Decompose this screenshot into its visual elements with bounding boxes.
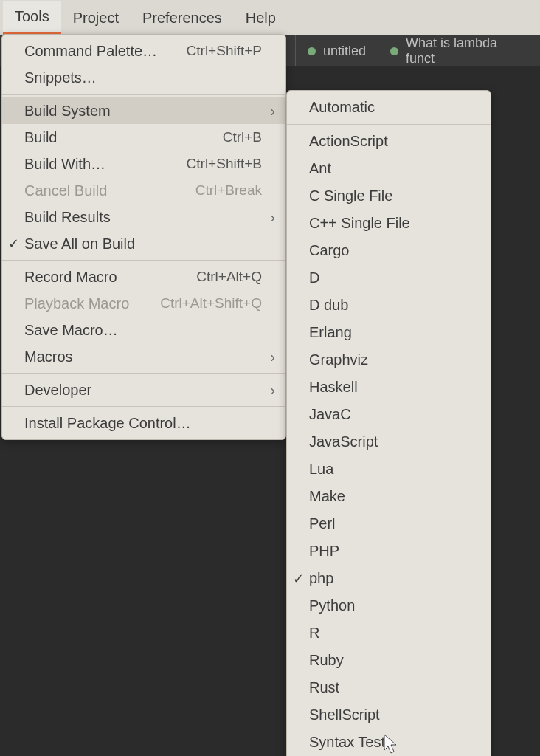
- separator: [287, 124, 491, 125]
- menu-label: Cargo: [309, 242, 480, 259]
- menu-record-macro[interactable]: Record Macro Ctrl+Alt+Q: [2, 264, 285, 290]
- build-system-option[interactable]: Automatic: [287, 94, 491, 121]
- menu-save-macro[interactable]: Save Macro…: [2, 317, 285, 343]
- menu-accel: Ctrl+Alt+Shift+Q: [142, 295, 262, 312]
- menubar-project[interactable]: Project: [61, 2, 131, 34]
- build-system-option[interactable]: JavaC: [287, 401, 491, 428]
- chevron-right-icon: ›: [262, 382, 275, 399]
- menu-label: JavaScript: [309, 433, 480, 450]
- separator: [2, 260, 285, 261]
- menu-label: ActionScript: [309, 133, 480, 150]
- build-system-option[interactable]: Erlang: [287, 319, 491, 346]
- menu-macros[interactable]: Macros ›: [2, 343, 285, 370]
- build-system-option[interactable]: R: [287, 619, 491, 647]
- chevron-right-icon: ›: [262, 209, 275, 226]
- menu-label: ShellScript: [309, 707, 480, 724]
- separator: [2, 373, 285, 374]
- menubar-tools[interactable]: Tools: [3, 1, 61, 35]
- build-system-option[interactable]: Cargo: [287, 237, 491, 264]
- build-system-option[interactable]: Make: [287, 483, 491, 510]
- build-system-option[interactable]: ShellScript: [287, 701, 491, 729]
- menu-label: Make: [309, 488, 480, 505]
- build-system-option[interactable]: ActionScript: [287, 128, 491, 155]
- build-system-option[interactable]: Perl: [287, 510, 491, 537]
- menu-label: R: [309, 625, 480, 642]
- menu-label: Playback Macro: [24, 295, 142, 312]
- menu-label: JavaC: [309, 406, 480, 423]
- menu-build[interactable]: Build Ctrl+B: [2, 124, 285, 151]
- menu-label: Save All on Build: [24, 236, 244, 252]
- menu-build-system[interactable]: Build System ›: [2, 97, 285, 124]
- build-system-option[interactable]: Haskell: [287, 374, 491, 401]
- menu-save-all-on-build[interactable]: ✓ Save All on Build: [2, 230, 285, 257]
- separator: [2, 94, 285, 94]
- menu-label: Ant: [309, 160, 480, 177]
- tools-dropdown: Command Palette… Ctrl+Shift+P Snippets… …: [1, 34, 286, 440]
- check-icon: ✓: [2, 236, 24, 252]
- menu-accel: Ctrl+Break: [178, 182, 262, 199]
- menu-command-palette[interactable]: Command Palette… Ctrl+Shift+P: [2, 38, 285, 64]
- menu-label: C++ Single File: [309, 215, 480, 232]
- menu-label: Ruby: [309, 652, 480, 669]
- menu-label: D dub: [309, 297, 480, 314]
- check-icon: ✓: [287, 571, 309, 587]
- build-system-option[interactable]: Lua: [287, 456, 491, 483]
- unsaved-dot-icon: [390, 47, 398, 55]
- menubar-help[interactable]: Help: [234, 2, 288, 34]
- menu-label: Erlang: [309, 324, 480, 341]
- menu-developer[interactable]: Developer ›: [2, 377, 285, 403]
- menu-label: Lua: [309, 461, 480, 478]
- build-system-option[interactable]: PHP: [287, 537, 491, 565]
- menu-snippets[interactable]: Snippets…: [2, 64, 285, 91]
- menu-playback-macro: Playback Macro Ctrl+Alt+Shift+Q: [2, 290, 285, 317]
- menu-label: Graphviz: [309, 351, 480, 368]
- menubar: Tools Project Preferences Help: [0, 0, 540, 35]
- build-system-option[interactable]: ✓php: [287, 565, 491, 592]
- menu-install-package-control[interactable]: Install Package Control…: [2, 410, 285, 436]
- build-system-option[interactable]: Rust: [287, 674, 491, 701]
- build-system-option[interactable]: D: [287, 264, 491, 292]
- menu-label: Developer: [24, 382, 244, 399]
- menu-label: Snippets…: [24, 69, 244, 86]
- build-system-option[interactable]: C++ Single File: [287, 210, 491, 237]
- menu-label: Automatic: [309, 99, 480, 116]
- menu-accel: Ctrl+Alt+Q: [179, 269, 262, 285]
- build-system-option[interactable]: JavaScript: [287, 428, 491, 456]
- menu-label: Cancel Build: [24, 182, 178, 199]
- menu-label: Perl: [309, 515, 480, 532]
- menu-label: Python: [309, 597, 480, 614]
- menu-build-with[interactable]: Build With… Ctrl+Shift+B: [2, 151, 285, 177]
- chevron-right-icon: ›: [262, 103, 275, 120]
- tab-untitled[interactable]: untitled: [295, 35, 378, 66]
- menu-label: Build: [24, 129, 205, 146]
- menubar-preferences[interactable]: Preferences: [131, 2, 234, 34]
- menu-label: Build Results: [24, 209, 244, 226]
- chevron-right-icon: ›: [262, 348, 275, 365]
- tab-lambda[interactable]: What is lambda funct: [378, 35, 540, 66]
- menu-label: Haskell: [309, 379, 480, 396]
- menu-label: Install Package Control…: [24, 415, 244, 432]
- menu-cancel-build: Cancel Build Ctrl+Break: [2, 177, 285, 204]
- tab-label: untitled: [323, 44, 366, 59]
- build-system-option[interactable]: Syntax Tests: [287, 729, 491, 756]
- menu-label: D: [309, 269, 480, 286]
- build-system-option[interactable]: C Single File: [287, 182, 491, 210]
- menu-accel: Ctrl+Shift+P: [169, 43, 262, 59]
- menu-label: Syntax Tests: [309, 734, 480, 751]
- build-system-option[interactable]: Ruby: [287, 647, 491, 674]
- menu-label: Rust: [309, 679, 480, 696]
- menu-label: Command Palette…: [24, 43, 169, 60]
- menu-label: Save Macro…: [24, 322, 244, 339]
- menu-build-results[interactable]: Build Results ›: [2, 204, 285, 230]
- menu-label: PHP: [309, 543, 480, 560]
- separator: [2, 406, 285, 407]
- build-system-option[interactable]: D dub: [287, 292, 491, 319]
- build-system-option[interactable]: Graphviz: [287, 346, 491, 374]
- build-system-option[interactable]: Python: [287, 592, 491, 619]
- build-system-option[interactable]: Ant: [287, 155, 491, 182]
- menu-label: Build With…: [24, 156, 169, 173]
- menu-label: php: [309, 570, 480, 587]
- tab-label: What is lambda funct: [406, 35, 528, 66]
- menu-accel: Ctrl+B: [205, 129, 262, 145]
- menu-label: Build System: [24, 103, 244, 120]
